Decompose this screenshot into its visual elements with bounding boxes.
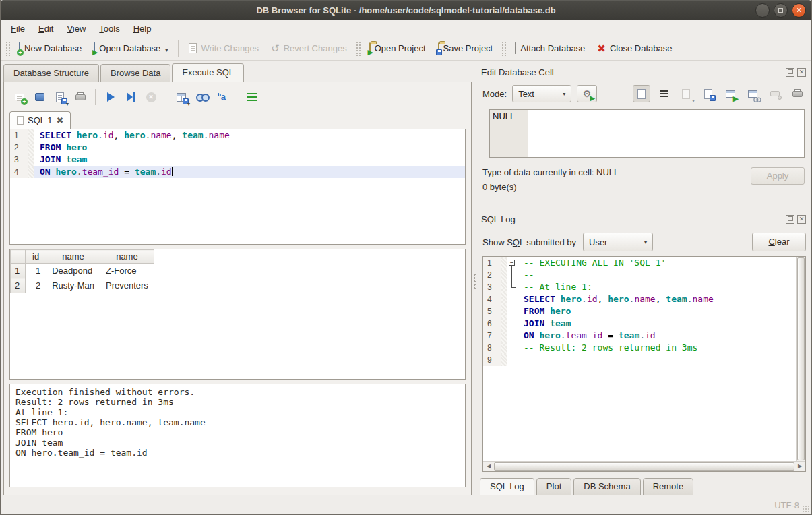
save-results-button[interactable]: ▾ xyxy=(173,88,190,106)
resize-grip[interactable] xyxy=(802,505,810,513)
titlebar[interactable]: DB Browser for SQLite - /home/user/code/… xyxy=(1,0,811,20)
submitter-select[interactable]: User▾ xyxy=(583,233,653,251)
new-sql-tab-button[interactable]: + xyxy=(11,88,28,106)
sql-log-title: SQL Log xyxy=(481,214,783,224)
new-database-icon: + xyxy=(19,43,20,53)
revert-changes-button[interactable]: ↺ Revert Changes xyxy=(266,40,352,56)
column-header[interactable]: name xyxy=(46,250,100,264)
text-mode-button[interactable] xyxy=(633,85,650,102)
sql-editor[interactable]: 1SELECT hero.id, hero.name, team.name2FR… xyxy=(9,129,466,245)
line-number: 9 xyxy=(483,354,501,366)
code-line[interactable]: 8-- Result: 2 rows returned in 3ms xyxy=(483,342,796,354)
code-line[interactable]: 5FROM hero xyxy=(483,305,796,317)
tab-browse-data[interactable]: Browse Data xyxy=(100,64,170,82)
open-project-button[interactable]: ▶ Open Project xyxy=(364,40,431,56)
attach-database-button[interactable]: Attach Database xyxy=(509,40,590,56)
open-database-dropdown-icon[interactable]: ▾ xyxy=(165,47,168,53)
open-link-button[interactable] xyxy=(744,85,761,102)
float-dock-icon[interactable] xyxy=(786,215,794,224)
menu-item-view[interactable]: View xyxy=(61,22,92,36)
export-cell-button[interactable] xyxy=(699,85,717,102)
log-horizontal-scrollbar[interactable]: ◀ ▶ xyxy=(483,461,805,471)
maximize-button[interactable] xyxy=(774,3,788,18)
code-line[interactable]: 1−-- EXECUTING ALL IN 'SQL 1' xyxy=(483,257,796,269)
word-wrap-button[interactable] xyxy=(655,85,673,102)
menu-item-file[interactable]: File xyxy=(5,22,31,36)
grid-cell[interactable]: 1 xyxy=(26,264,46,278)
code-line[interactable]: 4SELECT hero.id, hero.name, team.name xyxy=(483,293,796,305)
sql-log-view[interactable]: 1−-- EXECUTING ALL IN 'SQL 1'2--3-- At l… xyxy=(482,256,806,472)
print-button[interactable] xyxy=(71,88,89,106)
grid-corner[interactable] xyxy=(11,250,26,264)
stop-button[interactable]: ✖ xyxy=(142,88,160,106)
clear-log-button[interactable]: Clear xyxy=(752,233,806,251)
close-dock-icon[interactable]: ✕ xyxy=(797,215,806,224)
code-line[interactable]: 9 xyxy=(483,354,796,366)
mode-select[interactable]: Text▾ xyxy=(512,85,571,102)
menu-item-help[interactable]: Help xyxy=(127,22,158,36)
autocomplete-button[interactable]: ba xyxy=(213,88,230,106)
grid-cell[interactable]: Z-Force xyxy=(100,264,154,278)
save-sql-file-button[interactable]: ▾ xyxy=(51,88,69,106)
column-header[interactable]: name xyxy=(100,250,154,264)
code-line[interactable]: 2FROM hero xyxy=(10,142,465,154)
menu-item-edit[interactable]: Edit xyxy=(32,22,59,36)
save-project-button[interactable]: Save Project xyxy=(433,40,499,56)
menu-item-tools[interactable]: Tools xyxy=(93,22,125,36)
grid-cell[interactable]: Rusty-Man xyxy=(46,278,100,293)
line-number: 5 xyxy=(483,305,501,317)
open-sql-file-button[interactable] xyxy=(31,88,49,106)
execute-current-line-button[interactable] xyxy=(122,88,139,106)
scroll-right-icon[interactable]: ▶ xyxy=(794,462,805,471)
grid-cell[interactable]: Deadpond xyxy=(46,264,100,278)
toolbar-drag-handle[interactable] xyxy=(5,41,10,56)
sql-editor-tab[interactable]: SQL 1 ✖ xyxy=(9,111,71,129)
import-cell-button[interactable]: ▾ xyxy=(677,85,695,102)
grid-cell[interactable]: 2 xyxy=(26,278,46,293)
close-database-button[interactable]: ✖ Close Database xyxy=(592,40,677,56)
row-header[interactable]: 1 xyxy=(11,264,26,278)
open-external-button[interactable]: ▶ xyxy=(722,85,739,102)
log-vertical-scrollbar[interactable] xyxy=(796,257,805,461)
toolbar-drag-handle[interactable] xyxy=(356,41,361,56)
cell-value-editor[interactable]: NULL xyxy=(489,109,805,158)
new-database-button[interactable]: + New Database xyxy=(13,40,87,56)
tab-db-schema[interactable]: DB Schema xyxy=(573,478,640,495)
close-dock-icon[interactable]: ✕ xyxy=(797,68,806,77)
code-line[interactable]: 7ON hero.team_id = team.id xyxy=(483,330,796,342)
tab-database-structure[interactable]: Database Structure xyxy=(3,64,99,82)
execute-all-button[interactable] xyxy=(102,88,119,106)
code-line[interactable]: 1SELECT hero.id, hero.name, team.name xyxy=(10,129,465,142)
code-line[interactable]: 4ON hero.team_id = team.id xyxy=(10,166,465,178)
tab-execute-sql[interactable]: Execute SQL xyxy=(172,63,244,82)
column-header[interactable]: id xyxy=(26,250,46,264)
fold-guide xyxy=(507,330,518,342)
set-null-button[interactable] xyxy=(766,85,784,102)
write-changes-button[interactable]: Write Changes xyxy=(183,40,264,56)
code-line[interactable]: 2-- xyxy=(483,269,796,281)
float-dock-icon[interactable] xyxy=(786,68,794,77)
apply-button[interactable]: Apply xyxy=(751,167,805,185)
scroll-left-icon[interactable]: ◀ xyxy=(483,462,494,471)
tab-sql-log[interactable]: SQL Log xyxy=(480,478,534,495)
open-database-button[interactable]: ▶ Open Database ▾ xyxy=(88,40,173,56)
close-button[interactable]: ✕ xyxy=(792,3,806,18)
auto-mode-button[interactable]: ⚙▶ xyxy=(577,85,597,102)
minimize-button[interactable]: – xyxy=(755,3,770,18)
row-header[interactable]: 2 xyxy=(11,278,26,293)
grid-cell[interactable]: Preventers xyxy=(100,278,154,293)
tab-remote[interactable]: Remote xyxy=(643,478,694,495)
print-cell-button[interactable] xyxy=(788,85,806,102)
close-tab-icon[interactable]: ✖ xyxy=(56,115,63,125)
code-line[interactable]: 3-- At line 1: xyxy=(483,281,796,293)
tab-plot[interactable]: Plot xyxy=(536,478,571,495)
fold-guide xyxy=(507,354,518,366)
code-line[interactable]: 6JOIN team xyxy=(483,317,796,330)
pane-splitter[interactable] xyxy=(472,61,477,495)
format-sql-button[interactable] xyxy=(243,88,261,106)
fold-marker-icon[interactable]: − xyxy=(507,257,518,269)
code-line[interactable]: 3JOIN team xyxy=(10,154,465,166)
find-button[interactable] xyxy=(193,88,210,106)
toolbar-drag-handle[interactable] xyxy=(501,41,506,56)
execution-output[interactable]: Execution finished without errors.Result… xyxy=(9,384,466,487)
